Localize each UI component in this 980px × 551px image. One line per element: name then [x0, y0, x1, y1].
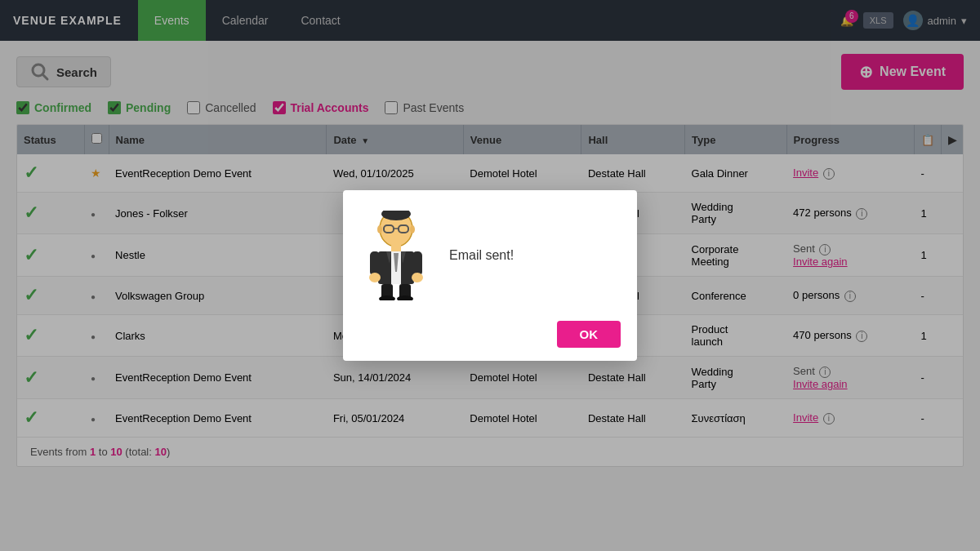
svg-point-16 — [412, 273, 423, 282]
ok-button[interactable]: OK — [557, 321, 621, 348]
modal-message: Email sent! — [449, 248, 514, 263]
email-sent-modal: Email sent! OK — [343, 190, 637, 361]
modal-body: Email sent! — [343, 190, 637, 313]
modal-overlay[interactable]: Email sent! OK — [0, 0, 980, 480]
svg-point-8 — [410, 225, 415, 233]
cartoon-figure-svg — [363, 211, 429, 300]
svg-rect-14 — [412, 251, 422, 276]
svg-point-15 — [369, 273, 381, 282]
svg-rect-13 — [370, 251, 380, 276]
modal-avatar — [359, 215, 433, 296]
svg-point-7 — [377, 225, 382, 233]
modal-footer: OK — [343, 313, 637, 361]
svg-rect-9 — [391, 245, 401, 251]
